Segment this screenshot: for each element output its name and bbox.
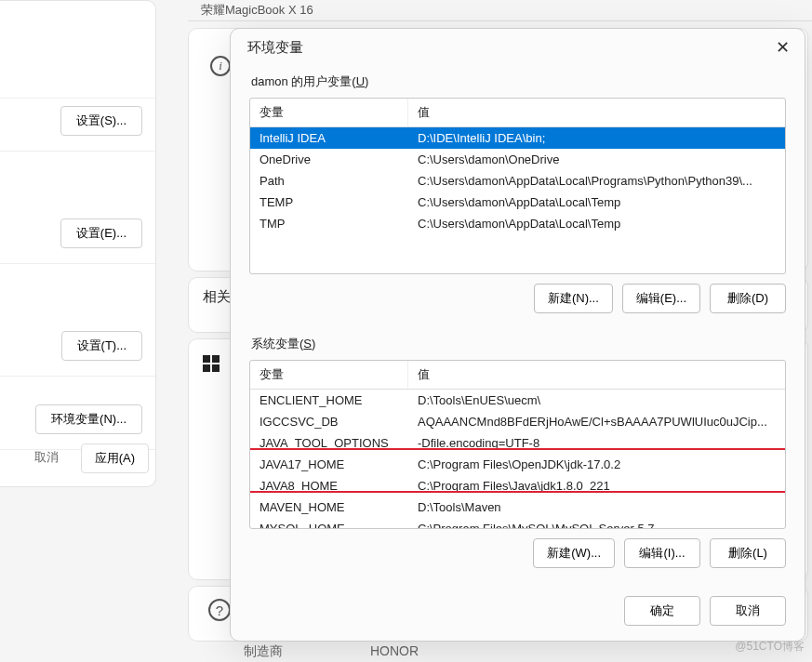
cancel-button[interactable]: 取消 [21,444,72,473]
table-row[interactable]: MYSQL_HOMEC:\Program Files\MySQL\MySQL S… [250,518,785,529]
var-value: -Dfile.encoding=UTF-8 [408,432,785,454]
table-row[interactable]: TEMPC:\Users\damon\AppData\Local\Temp [250,192,785,213]
grid-icon [203,355,220,372]
var-name: Path [250,170,408,192]
table-row[interactable]: TMPC:\Users\damon\AppData\Local\Temp [250,213,785,234]
var-name: JAVA8_HOME [250,475,408,496]
var-name: JAVA17_HOME [250,454,408,475]
var-value: C:\Program Files\OpenJDK\jdk-17.0.2 [408,454,785,475]
table-row[interactable]: PathC:\Users\damon\AppData\Local\Program… [250,170,785,192]
table-row[interactable]: MAVEN_HOMED:\Tools\Maven [250,496,785,518]
var-name: TEMP [250,192,408,213]
table-row[interactable]: IGCCSVC_DBAQAAANCMnd8BFdERjHoAwE/Cl+sBAA… [250,411,785,432]
table-row[interactable]: OneDriveC:\Users\damon\OneDrive [250,149,785,170]
var-name: MYSQL_HOME [250,518,408,529]
var-value: C:\Program Files\Java\jdk1.8.0_221 [408,475,785,496]
var-value: C:\Program Files\MySQL\MySQL Server 5.7 [408,518,785,529]
sys-new-button[interactable]: 新建(W)... [533,538,615,568]
close-button[interactable]: ✕ [773,38,792,57]
user-vars-label: damon 的用户变量(U) [251,73,786,90]
close-icon: ✕ [776,38,790,57]
sys-vars-label: 系统变量(S) [251,336,786,352]
var-name: ENCLIENT_HOME [250,390,408,411]
table-header: 变量 值 [250,99,785,127]
table-row[interactable]: ENCLIENT_HOMED:\Tools\EnUES\uecm\ [250,390,785,411]
table-row[interactable]: IntelliJ IDEAD:\IDE\IntelliJ IDEA\bin; [250,127,785,149]
settings-t-button[interactable]: 设置(T)... [61,331,142,361]
var-value: D:\Tools\EnUES\uecm\ [408,390,785,411]
col-value[interactable]: 值 [408,361,785,389]
user-vars-body[interactable]: IntelliJ IDEAD:\IDE\IntelliJ IDEA\bin;On… [250,127,785,274]
settings-e-button[interactable]: 设置(E)... [60,218,142,248]
user-new-button[interactable]: 新建(N)... [534,284,613,313]
manufacturer-value: HONOR [370,643,419,658]
sys-delete-button[interactable]: 删除(L) [710,538,786,568]
table-header: 变量 值 [250,361,785,390]
info-icon: i [210,56,231,76]
col-variable[interactable]: 变量 [250,99,408,126]
table-row[interactable]: JAVA_TOOL_OPTIONS-Dfile.encoding=UTF-8 [250,432,785,454]
user-edit-button[interactable]: 编辑(E)... [622,284,700,313]
var-value: C:\Users\damon\AppData\Local\Programs\Py… [408,170,785,192]
left-panel: 设置(S)... 设置(E)... 设置(T)... 环境变量(N)... 取消… [0,0,156,487]
ok-button[interactable]: 确定 [624,596,700,626]
manufacturer-label: 制造商 [244,643,283,660]
help-icon: ? [208,599,231,621]
settings-s-button[interactable]: 设置(S)... [60,106,142,136]
related-label: 相关 [203,288,231,306]
var-value: AQAAANCMnd8BFdERjHoAwE/Cl+sBAAAA7PUWlUIu… [408,411,785,432]
var-name: TMP [250,213,408,234]
var-name: IntelliJ IDEA [250,127,408,149]
cancel-button[interactable]: 取消 [710,596,786,626]
table-row[interactable]: JAVA8_HOMEC:\Program Files\Java\jdk1.8.0… [250,475,785,496]
var-value: C:\Users\damon\AppData\Local\Temp [408,213,785,234]
var-name: IGCCSVC_DB [250,411,408,432]
user-delete-button[interactable]: 删除(D) [710,284,786,313]
user-vars-table[interactable]: 变量 值 IntelliJ IDEAD:\IDE\IntelliJ IDEA\b… [249,98,786,274]
dialog-title: 环境变量 [247,39,303,57]
var-value: D:\Tools\Maven [408,496,785,518]
col-value[interactable]: 值 [408,99,785,126]
related-text: 相关 [203,288,231,306]
divider [188,20,812,21]
var-value: D:\IDE\IntelliJ IDEA\bin; [408,127,785,149]
var-value: C:\Users\damon\OneDrive [408,149,785,170]
env-dialog: 环境变量 ✕ damon 的用户变量(U) 变量 值 IntelliJ IDEA… [230,28,805,642]
col-variable[interactable]: 变量 [250,361,408,389]
var-value: C:\Users\damon\AppData\Local\Temp [408,192,785,213]
sys-edit-button[interactable]: 编辑(I)... [624,538,700,568]
apply-button[interactable]: 应用(A) [81,444,149,473]
device-name: 荣耀MagicBook X 16 [201,2,313,19]
env-vars-button[interactable]: 环境变量(N)... [35,404,142,434]
var-name: MAVEN_HOME [250,496,408,518]
var-name: OneDrive [250,149,408,170]
sys-vars-table[interactable]: 变量 值 ENCLIENT_HOMED:\Tools\EnUES\uecm\IG… [249,360,786,529]
sys-vars-body[interactable]: ENCLIENT_HOMED:\Tools\EnUES\uecm\IGCCSVC… [250,390,785,529]
table-row[interactable]: JAVA17_HOMEC:\Program Files\OpenJDK\jdk-… [250,454,785,475]
var-name: JAVA_TOOL_OPTIONS [250,432,408,454]
